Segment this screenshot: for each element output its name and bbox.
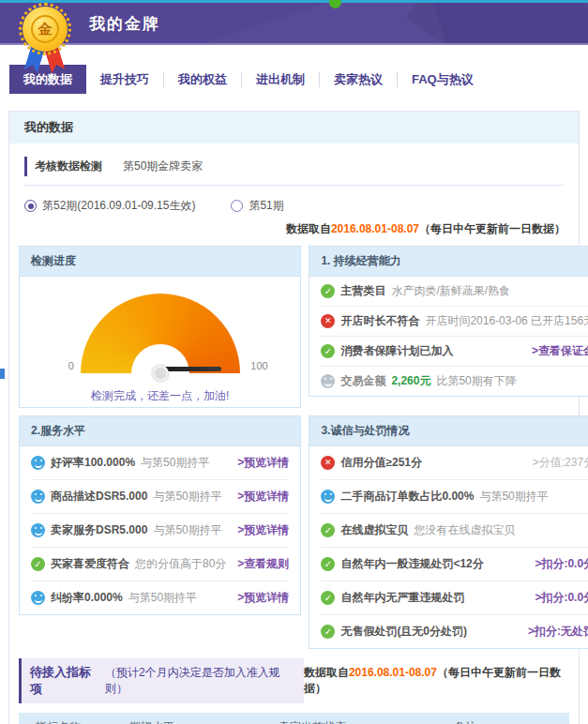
metric-label: 商品描述DSR5.000 (51, 489, 147, 505)
sub-tabs: 考核数据检测 第50期金牌卖家 (24, 157, 564, 186)
tab-entry-exit-rules[interactable]: 进出机制 (242, 65, 319, 94)
preview-detail-link[interactable]: >预览详情 (237, 590, 289, 606)
metric-row: 开店时长不符合 开店时间2016-03-06 已开店156天 (309, 307, 588, 336)
pending-indicators-table: 指标名称 期望水平 卖家当前状态 备注 24 发货速度 平均发货时长≤24小时 … (19, 713, 569, 724)
cross-icon (321, 314, 335, 328)
col-current-status: 卖家当前状态 (263, 713, 362, 724)
smiley-icon (31, 456, 45, 470)
page-title: 我的金牌 (89, 13, 160, 35)
gold-medal-icon: 金 (16, 4, 74, 79)
preview-detail-link[interactable]: >预览详情 (237, 489, 289, 505)
metric-desc: 与第50期持平 (479, 489, 548, 505)
metric-row: 二手商品订单数占比0.00% 与第50期持平 (309, 480, 588, 513)
deduction-link[interactable]: >扣分:无处罚 (528, 624, 588, 640)
view-deposit-link[interactable]: >查看保证金 (532, 343, 588, 359)
metric-desc: 您的分值高于80分 (135, 556, 226, 572)
panel1-title: 1. 持续经营能力 (309, 247, 588, 277)
period-selector: 第52期(2016.09.01-09.15生效) 第51期 (24, 198, 564, 214)
metric-row: 自然年内无严重违规处罚 >扣分:0.0分 (309, 581, 588, 614)
metric-row: 无售假处罚(且无0分处罚) >扣分:无处罚 (309, 615, 588, 648)
note-date: 2016.08.01-08.07 (331, 222, 419, 235)
panel-service-level: 2.服务水平 好评率100.000% 与第50期持平 >预览详情 商品描述DSR… (19, 415, 301, 615)
preview-detail-link[interactable]: >预览详情 (237, 455, 289, 471)
gauge-max-label: 100 (250, 360, 267, 371)
metric-label: 买家喜爱度符合 (51, 556, 129, 572)
metric-row: 信用分值≥251分 >分值:237分 (309, 446, 588, 479)
metric-desc: 与第50期持平 (128, 590, 197, 606)
metric-row: 主营类目 水产肉类/新鲜蔬果/熟食 (309, 277, 588, 306)
data-source-note: 数据取自2016.08.01-08.07（每日中午更新前一日数据） (23, 221, 565, 237)
metric-row: 交易金额 2,260元 比第50期有下降 (309, 367, 588, 396)
radio-period-51[interactable]: 第51期 (231, 198, 283, 214)
cross-icon (321, 456, 335, 470)
preview-detail-link[interactable]: >预览详情 (237, 522, 289, 538)
deduction-link[interactable]: >扣分:0.0分 (535, 590, 588, 606)
panel-credit-penalty: 3.诚信与处罚情况 信用分值≥251分 >分值:237分 二手商品订单数占比0.… (309, 415, 588, 649)
panel-progress: 检测进度 0 100 检测完成，还差一点，加油! (19, 246, 301, 408)
smiley-icon (31, 523, 45, 537)
metric-desc: 水产肉类/新鲜蔬果/熟食 (391, 283, 510, 299)
metric-row: 买家喜爱度符合 您的分值高于80分 >查看规则 (20, 548, 300, 581)
col-remark: 备注 (362, 713, 569, 724)
metric-label: 主营类目 (340, 283, 385, 299)
panel2-title: 2.服务水平 (20, 416, 300, 446)
metric-label: 消费者保障计划已加入 (340, 343, 453, 359)
metric-row: 自然年内一般违规处罚<12分 >扣分:0.0分 (309, 548, 588, 581)
tab-faq[interactable]: FAQ与热议 (398, 65, 488, 94)
metric-desc: 比第50期有下降 (436, 373, 516, 389)
note-suffix: （每日中午更新前一日数据） (419, 222, 565, 235)
tab-my-benefits[interactable]: 我的权益 (164, 65, 241, 94)
smiley-icon (321, 490, 335, 504)
tab-seller-discussion[interactable]: 卖家热议 (320, 65, 397, 94)
metric-label: 卖家服务DSR5.000 (51, 522, 147, 538)
table-header-row: 指标名称 期望水平 卖家当前状态 备注 (19, 713, 569, 724)
check-icon (321, 557, 335, 571)
section-title: 我的数据 (9, 112, 579, 143)
gauge-min-label: 0 (68, 360, 74, 371)
metric-label: 自然年内一般违规处罚<12分 (340, 556, 483, 572)
note-prefix: 数据取自 (304, 666, 349, 679)
deduction-link[interactable]: >扣分:0.0分 (535, 556, 588, 572)
metric-label: 自然年内无严重违规处罚 (340, 590, 464, 606)
check-icon (321, 344, 335, 358)
gauge-hub (152, 365, 169, 382)
pending-subtitle: （预计2个月内决定是否加入准入规则） (105, 665, 293, 697)
metric-desc: 与第50期持平 (153, 489, 221, 505)
radio-selected-icon[interactable] (24, 200, 37, 212)
header-divider (0, 43, 588, 45)
metrics-grid: 检测进度 0 100 检测完成，还差一点，加油! 1. 持续经营能力 主营类目 … (19, 246, 569, 649)
metric-label: 在线虚拟宝贝 (340, 522, 408, 538)
metric-label: 开店时长不符合 (340, 313, 419, 329)
radio-period-52[interactable]: 第52期(2016.09.01-09.15生效) (24, 198, 195, 214)
metric-desc: 您没有在线虚拟宝贝 (414, 522, 515, 538)
pending-indicators-section: 待接入指标项 （预计2个月内决定是否加入准入规则） 数据取自2016.08.01… (19, 658, 569, 724)
smiley-icon (31, 591, 45, 605)
page-header: 我的金牌 (0, 3, 588, 43)
metric-row: 好评率100.000% 与第50期持平 >预览详情 (20, 446, 300, 479)
pending-title-box: 待接入指标项 （预计2个月内决定是否加入准入规则） (19, 658, 304, 703)
metric-desc: 与第50期持平 (153, 522, 221, 538)
panel-continuous-operation: 1. 持续经营能力 主营类目 水产肉类/新鲜蔬果/熟食 开店时长不符合 开店时间… (309, 246, 588, 397)
gauge-needle (161, 367, 221, 371)
check-icon (321, 625, 335, 639)
data-source-note: 数据取自2016.08.01-08.07（每日中午更新前一日数据） (304, 665, 569, 697)
view-rules-link[interactable]: >查看规则 (237, 556, 289, 572)
subtab-period50-sellers[interactable]: 第50期金牌卖家 (123, 157, 203, 176)
note-date: 2016.08.01-08.07 (349, 666, 437, 679)
header-decor-shape (156, 3, 464, 43)
metric-desc: 开店时间2016-03-06 已开店156天 (425, 313, 588, 329)
main-content: 我的数据 考核数据检测 第50期金牌卖家 第52期(2016.09.01-09.… (8, 111, 580, 724)
gauge-caption: 检测完成，还差一点，加油! (20, 388, 300, 404)
tab-improve-skills[interactable]: 提升技巧 (86, 65, 163, 94)
metric-label: 无售假处罚(且无0分处罚) (340, 624, 467, 640)
subtab-assessment-check[interactable]: 考核数据检测 (24, 157, 102, 176)
note-prefix: 数据取自 (286, 222, 331, 235)
top-accent-strip (0, 0, 588, 3)
check-icon (321, 284, 335, 298)
medal-label: 金 (31, 15, 59, 43)
left-edge-marker (0, 369, 5, 379)
metric-label: 纠纷率0.000% (51, 590, 123, 606)
check-icon (31, 557, 45, 571)
metric-label: 信用分值≥251分 (340, 455, 422, 471)
radio-unselected-icon[interactable] (231, 200, 243, 212)
